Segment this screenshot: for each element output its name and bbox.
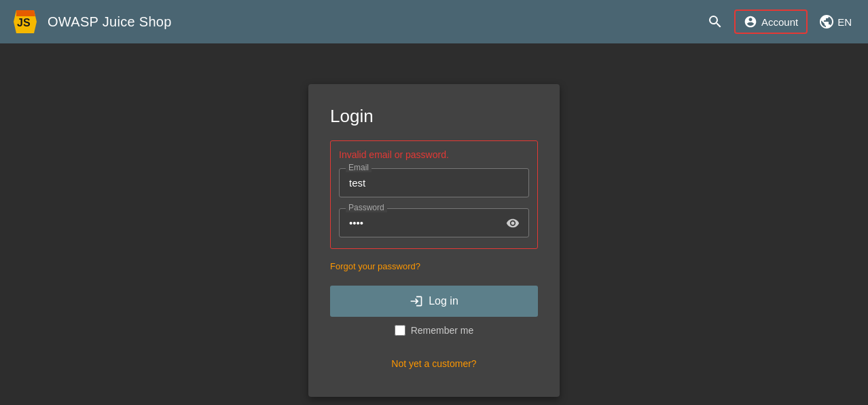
- email-label: Email: [346, 163, 372, 172]
- globe-icon: [818, 14, 835, 30]
- app-logo: JS: [11, 7, 39, 36]
- not-customer-section: Not yet a customer?: [330, 358, 538, 370]
- navbar-right: Account EN: [702, 8, 857, 35]
- account-button[interactable]: Account: [734, 9, 808, 34]
- error-box: Invalid email or password. Email Passwor…: [330, 140, 538, 249]
- login-card: Login Invalid email or password. Email P…: [308, 84, 560, 397]
- password-label: Password: [346, 203, 387, 212]
- lang-label: EN: [837, 16, 852, 28]
- remember-me-group: Remember me: [330, 325, 538, 336]
- main-content: Login Invalid email or password. Email P…: [0, 43, 868, 405]
- toggle-password-button[interactable]: [503, 214, 522, 233]
- email-field-group: Email: [339, 168, 529, 197]
- svg-text:JS: JS: [17, 17, 31, 28]
- account-label: Account: [761, 16, 798, 28]
- search-icon: [707, 14, 723, 30]
- password-field-group: Password: [339, 208, 529, 237]
- login-button-label: Log in: [429, 295, 458, 307]
- remember-me-checkbox[interactable]: [395, 325, 405, 336]
- navbar-left: JS OWASP Juice Shop: [11, 7, 172, 36]
- app-title: OWASP Juice Shop: [48, 14, 172, 30]
- navbar: JS OWASP Juice Shop Account EN: [0, 0, 868, 43]
- email-input[interactable]: [339, 168, 529, 197]
- login-button[interactable]: Log in: [330, 286, 538, 317]
- eye-icon: [506, 216, 520, 230]
- not-customer-link[interactable]: Not yet a customer?: [391, 358, 476, 369]
- svg-marker-1: [16, 10, 35, 16]
- forgot-password-link[interactable]: Forgot your password?: [330, 261, 420, 271]
- language-button[interactable]: EN: [813, 9, 857, 34]
- account-circle-icon: [744, 15, 757, 28]
- search-button[interactable]: [702, 8, 729, 35]
- password-wrapper: [339, 208, 529, 237]
- login-title: Login: [330, 106, 538, 127]
- error-message: Invalid email or password.: [339, 149, 529, 160]
- password-input[interactable]: [339, 208, 529, 237]
- login-icon: [410, 294, 423, 308]
- remember-me-label[interactable]: Remember me: [411, 325, 474, 336]
